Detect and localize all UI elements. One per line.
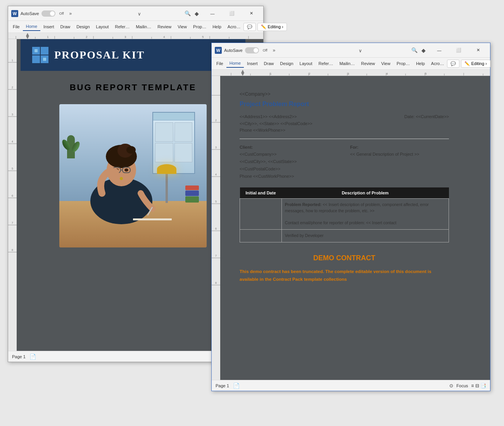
tab-file-back[interactable]: File xyxy=(10,23,23,31)
tab-layout-front[interactable]: Layout xyxy=(297,60,316,67)
svg-text:5: 5 xyxy=(425,72,427,76)
toggle-knob-back xyxy=(50,11,55,16)
doc-illustration xyxy=(59,104,207,247)
book2 xyxy=(185,191,199,196)
autosave-label-front: AutoSave xyxy=(224,48,243,53)
table-header-initial: Initial and Date xyxy=(240,187,282,199)
problem-reported-label: Problem Reported: xyxy=(285,202,322,207)
city-state-line: <<City>>, <<State>> <<PostalCode>> xyxy=(240,120,312,127)
editing-btn-front[interactable]: ✏️ Editing › xyxy=(461,60,490,68)
logo-cell-4 xyxy=(41,55,48,63)
title-bar-back: W AutoSave Off » ∨ 🔍 ◆ — ⬜ ✕ xyxy=(8,6,263,21)
table-row-1: Problem Reported: << Insert description … xyxy=(240,199,449,230)
client-col: Client: <<CustCompany>> <<CustCity>>, <<… xyxy=(240,144,338,180)
close-btn-front[interactable]: ✕ xyxy=(469,44,487,57)
logo-cell-2 xyxy=(41,47,48,55)
left-ruler-front: 2 3 4 5 6 7 8 xyxy=(212,76,220,380)
ribbon-back: File Home Insert Draw Design Layout Refe… xyxy=(8,21,263,33)
ruler-svg-front: 1 2 3 4 5 xyxy=(212,70,490,76)
tab-insert-front[interactable]: Insert xyxy=(244,60,261,67)
tab-home-front[interactable]: Home xyxy=(226,59,244,68)
comment-btn-front[interactable]: 💬 xyxy=(447,60,459,68)
word-count-icon-back: 📄 xyxy=(29,354,36,360)
logo-inner-4 xyxy=(43,58,46,61)
svg-text:4: 4 xyxy=(12,140,13,143)
autosave-toggle-front[interactable] xyxy=(245,47,259,53)
tab-layout-back[interactable]: Layout xyxy=(93,23,112,31)
tab-review-back[interactable]: Review xyxy=(154,23,174,31)
title-bar-left-front: W AutoSave Off » xyxy=(215,47,312,54)
doc-scroll-front[interactable]: <<Company>> Project Problem Report <<Add… xyxy=(220,76,490,380)
tab-refer-back[interactable]: Refer… xyxy=(112,23,133,31)
for-col: For: << General Description of Project >… xyxy=(350,144,449,180)
tab-home-back[interactable]: Home xyxy=(23,22,40,31)
maximize-btn-back[interactable]: ⬜ xyxy=(223,7,241,20)
search-btn-front[interactable]: 🔍 xyxy=(409,46,420,55)
demo-contract-text: This demo contract has been truncated. T… xyxy=(240,268,449,283)
maximize-btn-front[interactable]: ⬜ xyxy=(450,44,468,57)
tab-design-back[interactable]: Design xyxy=(73,23,93,31)
table-row-2: Verified by Developer xyxy=(240,230,449,242)
editing-chevron-back: › xyxy=(282,24,283,29)
svg-text:8: 8 xyxy=(12,249,13,251)
tab-view-back[interactable]: View xyxy=(174,23,190,31)
tab-help-front[interactable]: Help xyxy=(413,60,428,67)
front-document-page: <<Company>> Project Problem Report <<Add… xyxy=(224,80,464,380)
svg-text:1: 1 xyxy=(270,72,272,76)
tab-file-front[interactable]: File xyxy=(213,60,226,67)
minimize-btn-front[interactable]: — xyxy=(430,44,448,57)
title-bar-center-front: ∨ xyxy=(312,47,409,54)
row2-initial xyxy=(240,230,282,242)
tab-view-front[interactable]: View xyxy=(378,60,394,67)
tab-review-front[interactable]: Review xyxy=(358,60,378,67)
svg-text:5: 5 xyxy=(12,167,13,170)
tab-insert-back[interactable]: Insert xyxy=(40,23,57,31)
minimize-btn-back[interactable]: — xyxy=(204,7,221,20)
svg-point-43 xyxy=(126,146,136,154)
toggle-knob-front xyxy=(254,48,258,53)
tab-prop-back[interactable]: Prop… xyxy=(190,23,209,31)
cust-postal: <<CustPostalCode>> xyxy=(240,167,280,171)
tab-help-back[interactable]: Help xyxy=(209,23,224,31)
left-ruler-svg-front: 2 3 4 5 6 7 8 xyxy=(212,76,220,380)
contact-text: Contact email/phone for reporter of prob… xyxy=(285,220,397,225)
tab-mail-back[interactable]: Mailin… xyxy=(133,23,154,31)
tab-draw-front[interactable]: Draw xyxy=(261,60,277,67)
address-block: <<Address1>> <<Address2>> <<City>>, <<St… xyxy=(240,113,449,134)
tab-acro-front[interactable]: Acro… xyxy=(428,60,447,67)
tab-acro-back[interactable]: Acro… xyxy=(224,23,244,31)
illus-books xyxy=(185,186,199,203)
tab-prop-front[interactable]: Prop… xyxy=(394,60,413,67)
svg-text:6: 6 xyxy=(215,227,217,230)
editing-btn-back[interactable]: ✏️ Editing › xyxy=(257,23,287,31)
demo-contract-title: DEMO CONTRACT xyxy=(240,254,449,262)
left-ruler-svg-back: 1 2 3 4 5 6 7 8 xyxy=(8,39,17,351)
word-logo-back: W xyxy=(11,10,18,17)
svg-text:3: 3 xyxy=(124,35,126,39)
close-btn-back[interactable]: ✕ xyxy=(242,7,260,20)
cust-company: <<CustCompany>> xyxy=(240,152,276,156)
svg-text:6: 6 xyxy=(12,194,13,197)
tab-refer-front[interactable]: Refer… xyxy=(316,60,337,67)
svg-text:5: 5 xyxy=(215,200,217,203)
address1-line: <<Address1>> <<Address2>> xyxy=(240,113,312,120)
title-bar-front: W AutoSave Off » ∨ 🔍 ◆ — ⬜ ✕ xyxy=(212,43,490,58)
title-arrows-back: » xyxy=(69,11,72,16)
address-left: <<Address1>> <<Address2>> <<City>>, <<St… xyxy=(240,113,312,134)
comment-btn-back[interactable]: 💬 xyxy=(243,23,256,31)
tab-draw-back[interactable]: Draw xyxy=(57,23,74,31)
svg-text:3: 3 xyxy=(12,113,13,116)
tab-mail-front[interactable]: Mailin… xyxy=(336,60,358,67)
logo-inner-1 xyxy=(35,49,38,52)
title-bar-right-front: 🔍 ◆ — ⬜ ✕ xyxy=(409,44,487,57)
row1-initial xyxy=(240,199,282,230)
svg-point-48 xyxy=(124,168,128,172)
pencil-icon-back: ✏️ xyxy=(261,24,266,29)
client-label: Client: xyxy=(240,144,338,151)
ribbon-right-back: 💬 ✏️ Editing › xyxy=(243,23,288,31)
tab-design-front[interactable]: Design xyxy=(277,60,296,67)
status-bar-left-back: Page 1 📄 xyxy=(12,354,223,360)
table-header-desc: Description of Problem xyxy=(281,187,449,199)
autosave-toggle-back[interactable] xyxy=(41,10,55,17)
search-btn-back[interactable]: 🔍 xyxy=(182,9,193,18)
